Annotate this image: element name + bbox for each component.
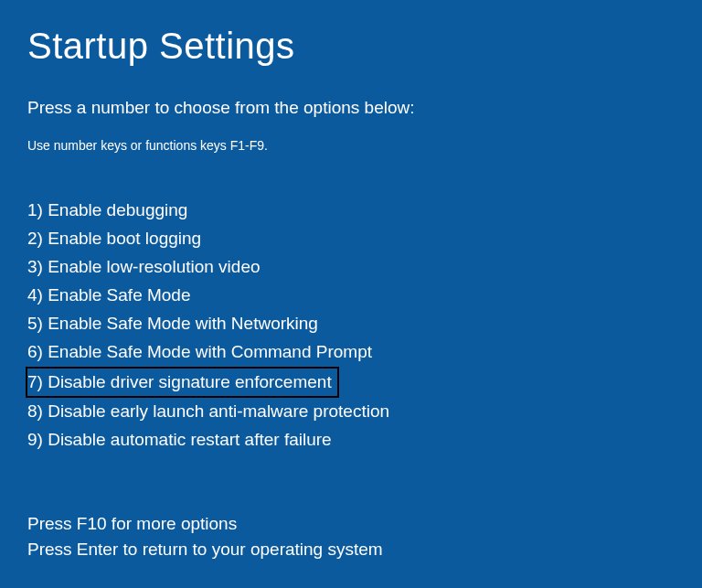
option-row-8[interactable]: 8) Disable early launch anti-malware pro… xyxy=(27,398,675,426)
page-title: Startup Settings xyxy=(27,26,675,67)
option-label: 3) Enable low-resolution video xyxy=(27,253,261,281)
option-row-4[interactable]: 4) Enable Safe Mode xyxy=(27,282,675,310)
option-label: 4) Enable Safe Mode xyxy=(27,282,191,309)
option-row-3[interactable]: 3) Enable low-resolution video xyxy=(27,253,675,282)
option-label: 7) Disable driver signature enforcement xyxy=(26,367,339,398)
option-label: 9) Disable automatic restart after failu… xyxy=(27,426,332,454)
keys-instruction: Use number keys or functions keys F1-F9. xyxy=(27,138,675,153)
subtitle: Press a number to choose from the option… xyxy=(27,98,675,118)
option-row-9[interactable]: 9) Disable automatic restart after failu… xyxy=(27,426,675,454)
options-list: 1) Enable debugging2) Enable boot loggin… xyxy=(27,197,675,454)
option-row-2[interactable]: 2) Enable boot logging xyxy=(27,225,675,253)
option-label: 1) Enable debugging xyxy=(27,197,187,224)
option-label: 8) Disable early launch anti-malware pro… xyxy=(27,398,389,425)
option-row-7[interactable]: 7) Disable driver signature enforcement xyxy=(27,367,675,398)
option-label: 6) Enable Safe Mode with Command Prompt xyxy=(27,338,372,366)
footer: Press F10 for more options Press Enter t… xyxy=(27,511,383,562)
footer-more-options: Press F10 for more options xyxy=(27,511,383,537)
option-label: 5) Enable Safe Mode with Networking xyxy=(27,310,318,337)
option-row-5[interactable]: 5) Enable Safe Mode with Networking xyxy=(27,310,675,338)
option-row-1[interactable]: 1) Enable debugging xyxy=(27,197,675,225)
option-label: 2) Enable boot logging xyxy=(27,225,201,252)
footer-return: Press Enter to return to your operating … xyxy=(27,537,383,562)
option-row-6[interactable]: 6) Enable Safe Mode with Command Prompt xyxy=(27,338,675,367)
